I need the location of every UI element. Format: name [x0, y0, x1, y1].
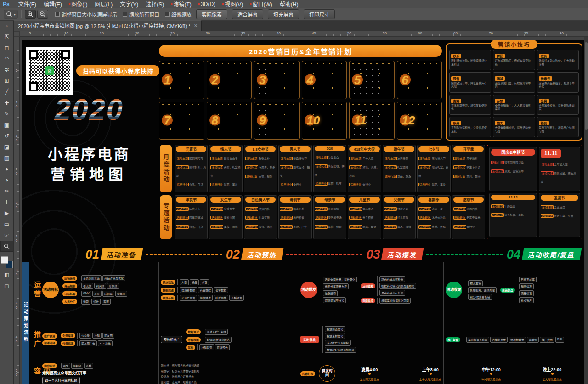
actual-pixels-button[interactable]: 实际像素	[196, 9, 227, 19]
print-size-button[interactable]: 打印尺寸	[304, 9, 335, 19]
ruler-label: 60	[418, 31, 453, 36]
flow-node: 朋友圈	[102, 333, 114, 339]
flow-node: 商品数据	[198, 287, 213, 293]
photoshop-window: Ps 文件(F)编辑(E)■图像(I)图层(L)文字(Y)选择(S)■滤镜(T)…	[0, 0, 588, 384]
month-number: 8	[212, 113, 218, 128]
scrollbar-thumb[interactable]	[585, 42, 588, 130]
menu-item-label: 滤镜(T)	[173, 0, 191, 8]
panel-collapse-icon[interactable]: «	[0, 21, 13, 31]
clone-stamp-tool[interactable]: ▣	[0, 119, 13, 130]
flow-node: KOL投放	[98, 340, 113, 346]
document-tab[interactable]: 2020小程序电商营销地图.jpg @ 12.5% (扫码可以获得小程序扶持, …	[14, 20, 202, 31]
tool-icon: ✎	[4, 111, 9, 117]
canvas-area[interactable]: 微 扫码可以获得小程序扶持 2020 小程序电商 营销地图 2020营销日历&全…	[20, 37, 584, 384]
menu-item[interactable]: ■3D(D)	[195, 0, 219, 8]
checkbox-label: 缩放所有窗口	[129, 11, 159, 18]
menu-item[interactable]: ■滤镜(T)	[167, 0, 195, 8]
ruler-label: 20	[135, 31, 170, 36]
rect-marquee-tool[interactable]: ◻	[0, 42, 13, 53]
brush-tool[interactable]: ✎	[0, 108, 13, 119]
close-icon[interactable]: ×	[194, 23, 197, 28]
zoom-tool-preset[interactable]: ▾	[4, 10, 18, 19]
menu-item[interactable]: 文字(Y)	[116, 0, 141, 8]
festival-box: 年货节 活动主题年货大街 活动玩法囤年货满减 适用行业食品、百货	[175, 195, 208, 239]
path-select-tool[interactable]: ▶	[0, 208, 13, 219]
flow-node: 形象款	[107, 283, 119, 289]
menu-item[interactable]: 图层(L)	[91, 0, 116, 8]
ct-schedule-cell: 内容打卡 群发时间 凌晨4:00 全天曝光最低点 上午8:00 上半天曝光最高点…	[300, 363, 582, 384]
checkbox-label: 调整窗口大小以满屏显示	[62, 11, 117, 18]
menu-item[interactable]: ■窗口(W)	[246, 0, 276, 8]
tool-icon: ◠	[4, 56, 9, 62]
menu-item[interactable]: 编辑(E)	[40, 0, 65, 8]
dodge-tool[interactable]: ◑	[0, 175, 13, 186]
flow-node: 货品	[190, 279, 199, 285]
ruler-label: 75	[524, 31, 560, 36]
history-brush-tool[interactable]: ↺	[0, 130, 13, 141]
blur-tool[interactable]: ●	[0, 164, 13, 175]
month-number: 7	[164, 113, 170, 128]
menu-item[interactable]: ■图像(I)	[65, 0, 91, 8]
flow-node: 短信/模板消息触达	[205, 337, 232, 343]
gradient-tool[interactable]: ▥	[0, 152, 13, 164]
foreground-color-swatch[interactable]	[1, 256, 8, 264]
pen-tool[interactable]: ✑	[0, 186, 13, 197]
menu-item[interactable]: 帮助(H)	[276, 0, 302, 8]
zoom-out-button[interactable]	[37, 10, 48, 19]
type-tool[interactable]: T	[0, 197, 13, 208]
month-number: 3	[259, 73, 266, 87]
screen-mode-button[interactable]: ▢	[0, 281, 13, 290]
scrubby-zoom-checkbox[interactable]: 细微缩放	[165, 11, 192, 18]
resize-window-checkbox[interactable]: 调整窗口大小以满屏显示	[55, 11, 117, 18]
eyedropper-tool[interactable]: ╱	[0, 86, 13, 97]
festival-box: 端午节 活动主题浓情粽意 活动玩法礼盒团购 适用行业食品、旅游	[383, 145, 416, 192]
dash-connector	[146, 254, 222, 255]
checkbox-icon	[55, 12, 60, 17]
vertical-scrollbar[interactable]	[584, 37, 588, 384]
wrapup-node: 活动收尾	[446, 282, 462, 298]
lasso-tool[interactable]: ◠	[0, 53, 13, 64]
ruler-label: 35	[14, 255, 19, 288]
zoom-tool[interactable]	[0, 241, 13, 252]
festival-box: 520 活动主题为爱表白 活动玩法情侣套餐、拼团 适用行业鲜花、珠宝	[313, 145, 346, 192]
calendar-month-card: 2	[207, 61, 252, 99]
calendar-month-card: 3	[254, 61, 300, 99]
fit-screen-button[interactable]: 适合屏幕	[232, 9, 263, 19]
healing-brush-tool[interactable]: ✚	[0, 97, 13, 108]
festival-box: 618年中大促 活动主题年中大促 活动玩法预售、满减、秒杀 适用行业全行业	[348, 145, 381, 192]
tip-description: 会员等级权益，提升复购忠诚度	[539, 104, 577, 111]
eraser-tool[interactable]: ◪	[0, 141, 13, 152]
flow-node: 新增粉丝量	[509, 337, 526, 343]
goal-node: 活动目标	[42, 282, 59, 298]
festival-name: 11.11	[541, 149, 561, 158]
menu-item[interactable]: 文件(F)	[14, 0, 40, 8]
calendar-month-card: 1	[159, 61, 204, 99]
fill-screen-button[interactable]: 填充屏幕	[268, 9, 299, 19]
calendar-month-card: 10	[302, 102, 347, 140]
quick-mask-button[interactable]: ◧	[0, 270, 13, 279]
qr-code: 微	[26, 47, 74, 95]
festival-name: 母亲节	[315, 197, 345, 203]
festival-box: 元宵节 活动主题团圆闹元宵 活动玩法限时折扣、满减 适用行业食品、百货	[175, 145, 208, 192]
flow-node: 首页氛围营造	[81, 275, 102, 281]
crop-tool[interactable]: ⊞	[0, 75, 13, 86]
shape-tool[interactable]: ▭	[0, 219, 13, 230]
tip-card: 会员 会员等级权益，提升复购忠诚度	[537, 95, 579, 115]
menu-item-label: 帮助(H)	[280, 0, 299, 8]
color-swatches[interactable]	[1, 256, 13, 268]
flow-node: 滞销商品高存低调	[379, 290, 405, 296]
timeline-stop: 中午12:00 午间曝光最高点	[461, 367, 522, 381]
menu-item[interactable]: ■视图(V)	[219, 0, 246, 8]
flow-node: 直播预告	[215, 344, 230, 350]
menu-item-label: 编辑(E)	[44, 0, 62, 8]
tip-card: 砍价 邀请好友助力砍价，扩大活动传播	[537, 50, 579, 70]
menu-item[interactable]: 选择(S)	[141, 0, 167, 8]
workflow-strip-label: 活动策划流程	[22, 262, 29, 384]
move-tool[interactable]: ⇱	[0, 31, 13, 42]
quick-select-tool[interactable]: ✲	[0, 64, 13, 75]
hand-tool[interactable]: ☞	[0, 230, 13, 241]
zoom-in-button[interactable]	[25, 10, 36, 19]
op-warmup-cell: 预热玩法 人群货品内容 数据渠道 优惠券数据商品数据老客数据 预热手段 公众号预…	[161, 264, 297, 316]
zoom-all-windows-checkbox[interactable]: 缩放所有窗口	[123, 11, 159, 18]
weekday-dots	[162, 104, 201, 105]
